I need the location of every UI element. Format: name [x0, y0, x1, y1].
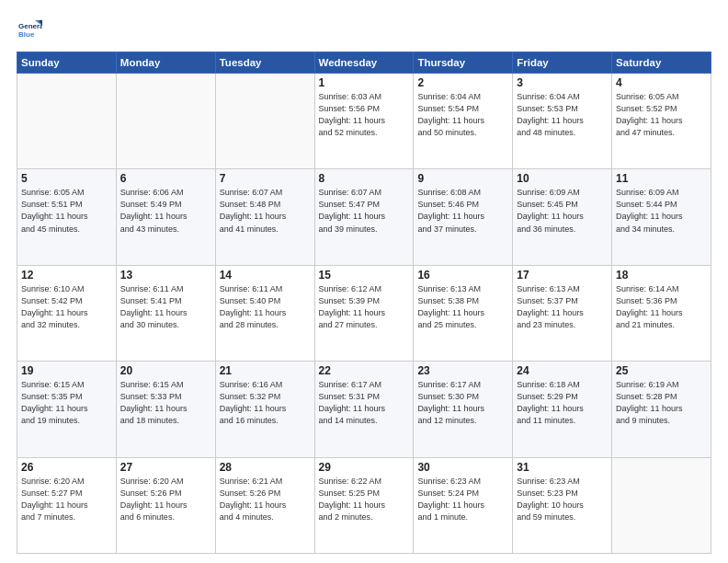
calendar-cell [17, 74, 117, 169]
calendar-cell: 20Sunrise: 6:15 AM Sunset: 5:33 PM Dayli… [116, 362, 215, 457]
day-number: 28 [220, 461, 311, 474]
day-number: 23 [417, 364, 508, 377]
day-number: 20 [120, 364, 211, 377]
day-info: Sunrise: 6:11 AM Sunset: 5:40 PM Dayligh… [220, 283, 311, 331]
calendar-cell: 29Sunrise: 6:22 AM Sunset: 5:25 PM Dayli… [314, 457, 414, 553]
calendar-cell: 17Sunrise: 6:13 AM Sunset: 5:37 PM Dayli… [513, 265, 612, 361]
calendar-cell: 6Sunrise: 6:06 AM Sunset: 5:49 PM Daylig… [116, 169, 215, 265]
calendar-cell: 10Sunrise: 6:09 AM Sunset: 5:45 PM Dayli… [513, 169, 612, 265]
calendar-cell: 2Sunrise: 6:04 AM Sunset: 5:54 PM Daylig… [414, 74, 513, 169]
day-number: 30 [417, 461, 508, 474]
calendar-cell: 18Sunrise: 6:14 AM Sunset: 5:36 PM Dayli… [612, 265, 711, 361]
day-number: 29 [319, 461, 410, 474]
calendar-cell: 27Sunrise: 6:20 AM Sunset: 5:26 PM Dayli… [116, 457, 215, 553]
logo-icon: General Blue [17, 17, 42, 42]
svg-text:General: General [18, 22, 42, 30]
calendar-cell [116, 74, 215, 169]
calendar-cell: 19Sunrise: 6:15 AM Sunset: 5:35 PM Dayli… [17, 362, 117, 457]
calendar-cell: 1Sunrise: 6:03 AM Sunset: 5:56 PM Daylig… [314, 74, 414, 169]
day-number: 18 [616, 269, 707, 282]
day-info: Sunrise: 6:07 AM Sunset: 5:47 PM Dayligh… [319, 187, 410, 235]
day-number: 21 [220, 364, 311, 377]
header: General Blue [17, 17, 711, 42]
day-number: 8 [319, 172, 410, 185]
calendar-cell: 4Sunrise: 6:05 AM Sunset: 5:52 PM Daylig… [612, 74, 711, 169]
weekday-header: Friday [513, 52, 612, 74]
page: General Blue SundayMondayTuesdayWednesda… [0, 0, 728, 563]
day-number: 19 [21, 364, 112, 377]
day-info: Sunrise: 6:04 AM Sunset: 5:54 PM Dayligh… [417, 91, 508, 139]
calendar-cell: 11Sunrise: 6:09 AM Sunset: 5:44 PM Dayli… [612, 169, 711, 265]
day-number: 27 [120, 461, 211, 474]
calendar-table: SundayMondayTuesdayWednesdayThursdayFrid… [17, 52, 711, 554]
calendar-cell: 5Sunrise: 6:05 AM Sunset: 5:51 PM Daylig… [17, 169, 117, 265]
day-info: Sunrise: 6:12 AM Sunset: 5:39 PM Dayligh… [319, 283, 410, 331]
day-info: Sunrise: 6:11 AM Sunset: 5:41 PM Dayligh… [120, 283, 211, 331]
day-number: 22 [319, 364, 410, 377]
calendar-cell: 23Sunrise: 6:17 AM Sunset: 5:30 PM Dayli… [414, 362, 513, 457]
day-number: 3 [517, 76, 608, 89]
day-number: 9 [417, 172, 508, 185]
day-info: Sunrise: 6:22 AM Sunset: 5:25 PM Dayligh… [319, 476, 410, 523]
calendar-cell: 8Sunrise: 6:07 AM Sunset: 5:47 PM Daylig… [314, 169, 414, 265]
calendar-cell [215, 74, 314, 169]
day-info: Sunrise: 6:09 AM Sunset: 5:45 PM Dayligh… [517, 187, 608, 235]
day-number: 2 [417, 76, 508, 89]
day-info: Sunrise: 6:13 AM Sunset: 5:38 PM Dayligh… [417, 283, 508, 331]
calendar-cell: 31Sunrise: 6:23 AM Sunset: 5:23 PM Dayli… [513, 457, 612, 553]
calendar-cell: 26Sunrise: 6:20 AM Sunset: 5:27 PM Dayli… [17, 457, 117, 553]
weekday-header: Wednesday [314, 52, 414, 74]
calendar-cell: 12Sunrise: 6:10 AM Sunset: 5:42 PM Dayli… [17, 265, 117, 361]
day-info: Sunrise: 6:05 AM Sunset: 5:52 PM Dayligh… [616, 91, 707, 139]
calendar-cell: 25Sunrise: 6:19 AM Sunset: 5:28 PM Dayli… [612, 362, 711, 457]
calendar-cell: 15Sunrise: 6:12 AM Sunset: 5:39 PM Dayli… [314, 265, 414, 361]
day-number: 10 [517, 172, 608, 185]
day-number: 25 [616, 364, 707, 377]
weekday-header: Sunday [17, 52, 117, 74]
day-info: Sunrise: 6:21 AM Sunset: 5:26 PM Dayligh… [220, 476, 311, 523]
day-number: 6 [120, 172, 211, 185]
day-info: Sunrise: 6:20 AM Sunset: 5:27 PM Dayligh… [21, 476, 112, 523]
day-info: Sunrise: 6:16 AM Sunset: 5:32 PM Dayligh… [220, 379, 311, 427]
day-info: Sunrise: 6:13 AM Sunset: 5:37 PM Dayligh… [517, 283, 608, 331]
calendar-cell [612, 457, 711, 553]
weekday-header: Thursday [414, 52, 513, 74]
day-info: Sunrise: 6:15 AM Sunset: 5:33 PM Dayligh… [120, 379, 211, 427]
calendar-cell: 9Sunrise: 6:08 AM Sunset: 5:46 PM Daylig… [414, 169, 513, 265]
calendar-cell: 22Sunrise: 6:17 AM Sunset: 5:31 PM Dayli… [314, 362, 414, 457]
day-number: 4 [616, 76, 707, 89]
weekday-header: Tuesday [215, 52, 314, 74]
weekday-header: Monday [116, 52, 215, 74]
day-info: Sunrise: 6:09 AM Sunset: 5:44 PM Dayligh… [616, 187, 707, 235]
calendar-cell: 21Sunrise: 6:16 AM Sunset: 5:32 PM Dayli… [215, 362, 314, 457]
day-info: Sunrise: 6:18 AM Sunset: 5:29 PM Dayligh… [517, 379, 608, 427]
day-info: Sunrise: 6:23 AM Sunset: 5:23 PM Dayligh… [517, 476, 608, 523]
day-info: Sunrise: 6:08 AM Sunset: 5:46 PM Dayligh… [417, 187, 508, 235]
day-number: 14 [220, 269, 311, 282]
logo: General Blue [17, 17, 46, 42]
day-number: 16 [417, 269, 508, 282]
day-number: 26 [21, 461, 112, 474]
day-number: 31 [517, 461, 608, 474]
day-info: Sunrise: 6:07 AM Sunset: 5:48 PM Dayligh… [220, 187, 311, 235]
day-number: 1 [319, 76, 410, 89]
calendar-cell: 7Sunrise: 6:07 AM Sunset: 5:48 PM Daylig… [215, 169, 314, 265]
day-info: Sunrise: 6:10 AM Sunset: 5:42 PM Dayligh… [21, 283, 112, 331]
weekday-header: Saturday [612, 52, 711, 74]
day-info: Sunrise: 6:03 AM Sunset: 5:56 PM Dayligh… [319, 91, 410, 139]
day-number: 7 [220, 172, 311, 185]
calendar-cell: 28Sunrise: 6:21 AM Sunset: 5:26 PM Dayli… [215, 457, 314, 553]
day-info: Sunrise: 6:17 AM Sunset: 5:30 PM Dayligh… [417, 379, 508, 427]
day-info: Sunrise: 6:04 AM Sunset: 5:53 PM Dayligh… [517, 91, 608, 139]
day-number: 5 [21, 172, 112, 185]
day-info: Sunrise: 6:23 AM Sunset: 5:24 PM Dayligh… [417, 476, 508, 523]
calendar-cell: 30Sunrise: 6:23 AM Sunset: 5:24 PM Dayli… [414, 457, 513, 553]
day-info: Sunrise: 6:06 AM Sunset: 5:49 PM Dayligh… [120, 187, 211, 235]
day-number: 24 [517, 364, 608, 377]
day-info: Sunrise: 6:05 AM Sunset: 5:51 PM Dayligh… [21, 187, 112, 235]
day-info: Sunrise: 6:14 AM Sunset: 5:36 PM Dayligh… [616, 283, 707, 331]
day-number: 13 [120, 269, 211, 282]
calendar-cell: 16Sunrise: 6:13 AM Sunset: 5:38 PM Dayli… [414, 265, 513, 361]
day-info: Sunrise: 6:19 AM Sunset: 5:28 PM Dayligh… [616, 379, 707, 427]
day-number: 11 [616, 172, 707, 185]
